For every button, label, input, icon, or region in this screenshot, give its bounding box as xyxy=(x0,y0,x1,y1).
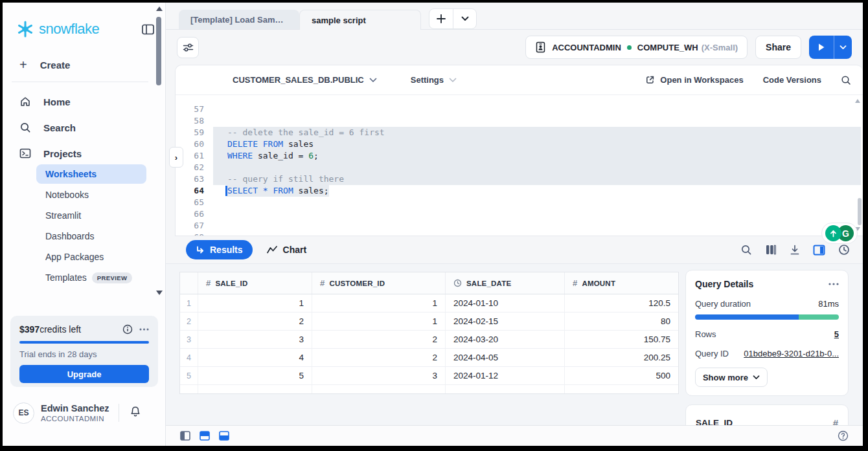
column-header-sale_date[interactable]: SALE_DATE xyxy=(446,272,565,294)
scroll-down-icon[interactable] xyxy=(156,291,163,295)
tab-results[interactable]: Results xyxy=(186,240,253,259)
create-button[interactable]: + Create xyxy=(19,58,70,71)
toggle-editor-panel-icon[interactable] xyxy=(200,431,210,441)
editor-search-button[interactable] xyxy=(841,75,851,85)
table-cell[interactable]: 500 xyxy=(565,367,678,384)
table-cell[interactable]: 2 xyxy=(312,331,446,348)
code-line[interactable] xyxy=(213,104,861,115)
column-header-customer_id[interactable]: #CUSTOMER_ID xyxy=(312,272,446,294)
column-header-amount[interactable]: #AMOUNT xyxy=(565,272,678,294)
code-line[interactable] xyxy=(213,220,861,232)
table-cell[interactable]: 200.25 xyxy=(565,349,678,366)
editor-scrollbar-thumb[interactable] xyxy=(858,198,862,225)
table-cell[interactable]: 1 xyxy=(198,294,312,312)
code-line-row[interactable]: 65 xyxy=(176,197,863,208)
editor-scroll-up-icon[interactable] xyxy=(855,99,860,103)
show-more-button[interactable]: Show more xyxy=(695,368,768,387)
table-cell[interactable]: 2024-03-20 xyxy=(446,331,565,348)
table-row[interactable]: 1112024-01-10120.5 xyxy=(180,294,678,313)
table-cell[interactable]: 3 xyxy=(312,367,446,384)
sidebar-item-search[interactable]: Search xyxy=(19,118,76,137)
sidebar-item-notebooks[interactable]: Notebooks xyxy=(36,185,146,204)
notifications-bell-icon[interactable] xyxy=(130,406,141,421)
sidebar-item-projects[interactable]: Projects xyxy=(19,144,82,163)
table-cell[interactable]: 3 xyxy=(198,331,312,348)
tab-list-dropdown-button[interactable] xyxy=(453,9,476,28)
more-options-icon[interactable] xyxy=(139,328,149,331)
code-line-row[interactable]: 57 xyxy=(176,104,863,115)
toggle-results-panel-icon[interactable] xyxy=(219,431,229,441)
code-line-row[interactable]: 64SELECT * FROM sales; xyxy=(176,185,863,197)
table-row[interactable]: 3322024-03-20150.75 xyxy=(180,331,678,349)
code-line[interactable]: WHERE sale_id = 6; xyxy=(213,150,861,162)
code-line[interactable] xyxy=(213,115,861,127)
worksheet-options-button[interactable] xyxy=(177,37,199,58)
scroll-up-icon[interactable] xyxy=(156,6,163,11)
download-icon[interactable] xyxy=(790,245,800,256)
info-icon[interactable] xyxy=(122,324,133,335)
grammarly-upgrade-icon[interactable] xyxy=(825,225,841,241)
table-cell[interactable]: 5 xyxy=(198,367,312,384)
table-cell[interactable]: 2024-01-10 xyxy=(446,294,565,312)
query-details-more-icon[interactable] xyxy=(828,283,839,285)
code-line-row[interactable]: 67 xyxy=(176,220,863,232)
code-line-row[interactable]: 63-- query if still there xyxy=(176,173,863,185)
column-header-sale_id[interactable]: #SALE_ID xyxy=(198,272,312,294)
table-row[interactable]: 4422024-04-05200.25 xyxy=(180,349,678,367)
code-line-row[interactable]: 59-- delete the sale_id = 6 first xyxy=(176,127,863,138)
table-cell[interactable]: 4 xyxy=(198,349,312,366)
column-stats-card[interactable]: SALE_ID # xyxy=(685,404,849,425)
table-row[interactable]: 5532024-01-12500 xyxy=(180,367,678,385)
code-line[interactable]: SELECT * FROM sales; xyxy=(213,185,861,197)
editor-settings-dropdown[interactable]: Settings xyxy=(411,75,457,85)
sidebar-item-dashboards[interactable]: Dashboards xyxy=(36,226,146,246)
split-panel-icon[interactable] xyxy=(813,245,825,256)
code-line[interactable]: -- query if still there xyxy=(213,173,861,185)
upgrade-button[interactable]: Upgrade xyxy=(19,365,149,383)
code-line[interactable]: DELETE FROM sales xyxy=(213,138,861,150)
sidebar-item-worksheets[interactable]: Worksheets xyxy=(36,164,146,184)
run-button[interactable] xyxy=(809,36,834,59)
query-history-icon[interactable] xyxy=(838,244,850,256)
search-results-icon[interactable] xyxy=(740,244,752,256)
code-line-row[interactable]: 61WHERE sale_id = 6; xyxy=(176,150,863,162)
avatar[interactable]: ES xyxy=(13,402,34,424)
expand-panel-handle[interactable]: › xyxy=(169,147,183,168)
new-tab-button[interactable] xyxy=(429,9,453,28)
sidebar-item-app-packages[interactable]: App Packages xyxy=(36,247,146,267)
code-versions-link[interactable]: Code Versions xyxy=(763,75,821,85)
tab-sample-script[interactable]: sample script xyxy=(299,10,421,30)
tab-template-load-sample-data[interactable]: [Template] Load Sample D... xyxy=(179,10,299,29)
code-line[interactable]: -- delete the sale_id = 6 first xyxy=(213,127,861,138)
code-line[interactable] xyxy=(213,197,861,208)
table-cell[interactable]: 2024-04-05 xyxy=(446,349,565,366)
code-line[interactable] xyxy=(213,232,861,236)
database-schema-selector[interactable]: CUSTOMER_SALES_DB.PUBLIC xyxy=(233,75,377,85)
help-icon[interactable] xyxy=(838,430,849,441)
collapse-sidebar-icon[interactable] xyxy=(139,21,156,38)
open-in-workspaces-link[interactable]: Open in Workspaces xyxy=(645,75,743,85)
code-line-row[interactable]: 58 xyxy=(176,115,863,127)
context-selector[interactable]: ACCOUNTADMIN COMPUTE_WH (X-Small) xyxy=(525,36,748,59)
table-cell[interactable]: 2024-02-15 xyxy=(446,313,565,330)
rows-value[interactable]: 5 xyxy=(834,329,839,339)
grammarly-widget[interactable]: G xyxy=(821,223,858,244)
sidebar-item-templates[interactable]: TemplatesPREVIEW xyxy=(36,268,146,287)
code-line[interactable] xyxy=(213,162,861,173)
code-line[interactable] xyxy=(213,208,861,220)
code-line-row[interactable]: 66 xyxy=(176,208,863,220)
code-area[interactable]: 575859-- delete the sale_id = 6 first60D… xyxy=(176,95,863,236)
tab-chart[interactable]: Chart xyxy=(267,245,307,255)
run-options-dropdown[interactable] xyxy=(834,36,852,59)
sidebar-scrollbar[interactable] xyxy=(155,6,162,295)
code-line-row[interactable]: 68 xyxy=(176,232,863,236)
scrollbar-thumb[interactable] xyxy=(156,17,161,85)
table-cell[interactable]: 150.75 xyxy=(565,331,678,348)
table-cell[interactable]: 2 xyxy=(312,349,446,366)
user-row[interactable]: ES Edwin Sanchez ACCOUNTADMIN xyxy=(13,399,159,427)
share-button[interactable]: Share xyxy=(755,36,801,59)
table-cell[interactable]: 2 xyxy=(198,313,312,330)
table-cell[interactable]: 2024-01-12 xyxy=(446,367,565,384)
table-row[interactable]: 2212024-02-1580 xyxy=(180,313,678,331)
query-id-link[interactable]: 01bdebe9-3201-d21b-0... xyxy=(744,349,839,358)
